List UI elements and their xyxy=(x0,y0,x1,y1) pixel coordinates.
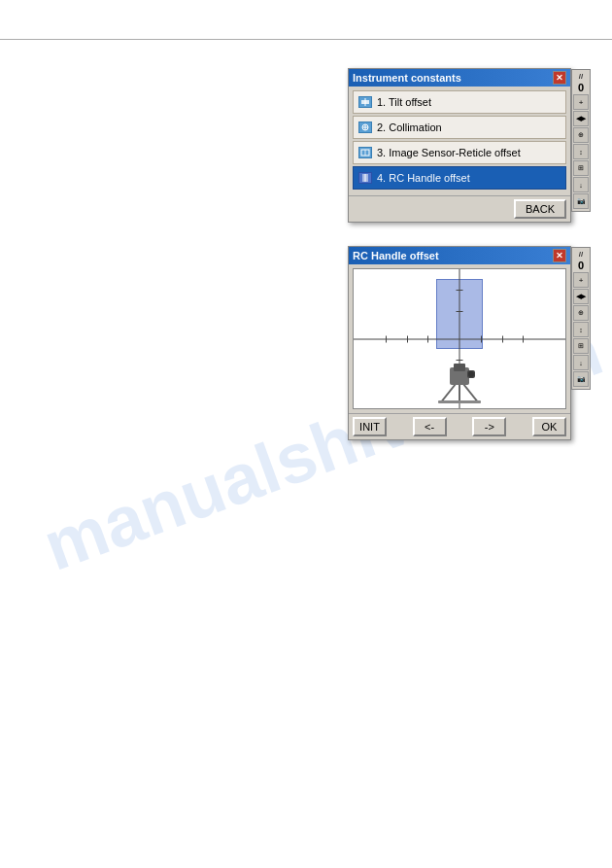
left-button[interactable]: <- xyxy=(413,417,447,436)
toolbar-btn-plus-2[interactable]: + xyxy=(573,272,589,288)
toolbar-indicator-1: // xyxy=(579,72,583,81)
instrument-right-toolbar: // 0 + ◀▶ ⊕ ↕ ⊞ ↓ 📷 xyxy=(571,69,591,212)
tick-h-2 xyxy=(407,335,408,342)
ok-button[interactable]: OK xyxy=(532,417,566,436)
menu-item-rc-handle[interactable]: 4. RC Handle offset xyxy=(353,166,566,190)
tick-h-1 xyxy=(386,335,387,342)
toolbar-indicator-2: // xyxy=(579,250,583,259)
instrument-dialog-close[interactable]: ✕ xyxy=(553,71,566,85)
rc-handle-icon xyxy=(358,172,372,184)
rc-handle-label: 4. RC Handle offset xyxy=(377,172,470,184)
toolbar-number-1: 0 xyxy=(578,82,584,93)
rc-visualization-area xyxy=(353,268,566,409)
instrument-dialog-title: Instrument constants xyxy=(353,72,461,84)
toolbar-btn-updown-1[interactable]: ↕ xyxy=(573,144,589,159)
image-sensor-icon xyxy=(358,147,372,158)
toolbar-btn-updown-2[interactable]: ↕ xyxy=(573,322,589,337)
rc-dialog-close[interactable]: ✕ xyxy=(553,249,566,262)
init-button[interactable]: INIT xyxy=(353,417,387,436)
tick-v-1 xyxy=(457,290,463,291)
tilt-offset-label: 1. Tilt offset xyxy=(377,96,431,108)
toolbar-btn-grid-2[interactable]: ⊞ xyxy=(573,338,589,354)
tick-h-3 xyxy=(427,335,428,342)
svg-point-16 xyxy=(468,371,474,377)
toolbar-btn-cam-2[interactable]: 📷 xyxy=(573,371,589,387)
tick-h-6 xyxy=(523,335,524,342)
toolbar-btn-cam-1[interactable]: 📷 xyxy=(573,193,589,209)
tick-v-2 xyxy=(457,311,463,312)
svg-rect-14 xyxy=(454,364,465,371)
rc-right-toolbar: // 0 + ◀▶ ⊕ ↕ ⊞ ↓ 📷 xyxy=(571,247,591,390)
toolbar-btn-crosshair-2[interactable]: ⊕ xyxy=(573,305,589,321)
image-sensor-label: 3. Image Sensor-Reticle offset xyxy=(377,147,521,158)
back-button[interactable]: BACK xyxy=(514,199,566,219)
menu-item-tilt-offset[interactable]: 1. Tilt offset xyxy=(353,90,566,114)
toolbar-btn-grid-1[interactable]: ⊞ xyxy=(573,160,589,176)
svg-rect-12 xyxy=(438,400,481,403)
instrument-dialog-titlebar: Instrument constants ✕ xyxy=(349,69,570,87)
toolbar-btn-plus-1[interactable]: + xyxy=(573,94,589,110)
collimation-icon xyxy=(358,122,372,133)
survey-instrument-icon xyxy=(430,360,489,403)
instrument-constants-dialog: Instrument constants ✕ // 0 + ◀▶ ⊕ ↕ ⊞ ↓… xyxy=(348,68,571,223)
toolbar-number-2: 0 xyxy=(578,260,584,271)
tick-h-5 xyxy=(502,335,503,342)
menu-item-image-sensor[interactable]: 3. Image Sensor-Reticle offset xyxy=(353,141,566,164)
toolbar-btn-arrows-2[interactable]: ◀▶ xyxy=(573,289,589,304)
top-divider xyxy=(0,39,612,40)
menu-item-collimation[interactable]: 2. Collimation xyxy=(353,116,566,139)
tick-h-4 xyxy=(481,335,482,342)
toolbar-btn-arrows-1[interactable]: ◀▶ xyxy=(573,111,589,126)
toolbar-btn-crosshair-1[interactable]: ⊕ xyxy=(573,127,589,143)
right-button[interactable]: -> xyxy=(472,417,506,436)
collimation-label: 2. Collimation xyxy=(377,122,442,133)
instrument-dialog-footer: BACK xyxy=(349,195,570,222)
toolbar-btn-down-1[interactable]: ↓ xyxy=(573,177,589,192)
rc-dialog-titlebar: RC Handle offset ✕ xyxy=(349,247,570,264)
toolbar-btn-down-2[interactable]: ↓ xyxy=(573,355,589,370)
instrument-menu: 1. Tilt offset 2. Collimation 3. Image S… xyxy=(349,87,570,195)
rc-dialog-title: RC Handle offset xyxy=(353,250,439,261)
tilt-offset-icon xyxy=(358,96,372,108)
rc-handle-dialog: RC Handle offset ✕ // 0 + ◀▶ ⊕ ↕ ⊞ ↓ 📷 xyxy=(348,246,571,440)
rc-dialog-footer: INIT <- -> OK xyxy=(349,413,570,439)
